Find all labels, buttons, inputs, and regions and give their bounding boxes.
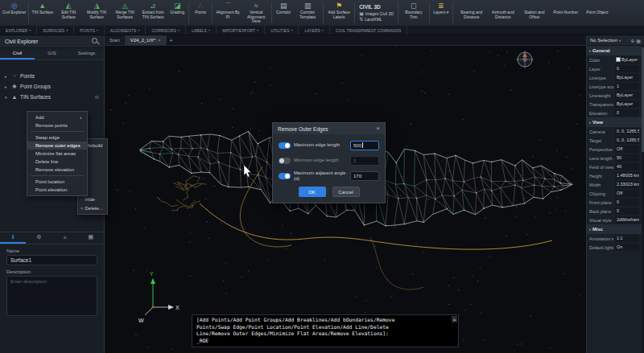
property-row[interactable]: ▾ Back plane 0: [587, 207, 642, 215]
cancel-button[interactable]: Cancel: [332, 187, 360, 197]
property-row[interactable]: ▾ Default lighting On: [587, 243, 642, 252]
detail-tab-info[interactable]: ℹ: [0, 232, 26, 244]
property-row[interactable]: ▾ Transparency ByLayer: [587, 100, 642, 109]
panel-options-icon[interactable]: ▦: [636, 38, 641, 43]
new-tab-button[interactable]: +: [167, 35, 176, 45]
layers-button[interactable]: ≣ Layers ▾: [431, 1, 451, 25]
close-icon[interactable]: ×: [376, 125, 380, 132]
search-icon[interactable]: [92, 38, 99, 45]
property-row[interactable]: ▾ Color ByLayer: [587, 55, 642, 64]
menu-item[interactable]: Point elevation ▸: [27, 186, 87, 194]
grading-button[interactable]: ◪ Grading: [167, 1, 187, 25]
detail-tab-grid[interactable]: ▦: [78, 232, 104, 244]
property-row[interactable]: ▾ Perspective Off: [587, 145, 642, 154]
file-tab-start[interactable]: Start ×: [105, 35, 126, 45]
property-row[interactable]: ▾ Visual style 2dWireframe: [587, 215, 642, 224]
property-row[interactable]: ▾ Lineweight ByLayer: [587, 91, 642, 100]
command-line[interactable]: [Add Points/Add Point Groups/Add Breakli…: [192, 314, 459, 347]
menu-item-delete[interactable]: × Delete...: [78, 203, 107, 212]
properties-header[interactable]: No Selection ▾ ⊕ ▦: [587, 35, 644, 46]
toggle-switch[interactable]: [279, 142, 291, 149]
file-tab-drawing[interactable]: V24_2_UX* ×: [126, 35, 167, 45]
menu-item[interactable]: Add ▸: [27, 113, 87, 121]
tree-caret-icon[interactable]: ▸: [5, 74, 9, 79]
menu-item[interactable]: Point location ▸: [27, 178, 87, 186]
visibility-eye-icon[interactable]: ⊙: [95, 94, 99, 101]
tree-item[interactable]: ▾ ▲ TIN Surfaces ⊙: [0, 92, 104, 102]
property-row[interactable]: ▾ Elevation 0: [587, 109, 642, 117]
explorer-tab[interactable]: Settings: [69, 48, 104, 60]
boundary-trim-button[interactable]: ◻ Boundary Trim: [400, 1, 427, 25]
menu-item[interactable]: Minimize flat areas ▸: [27, 150, 87, 158]
alignment-by-pi-button[interactable]: ⌒ Alignment By PI: [214, 1, 242, 25]
property-row[interactable]: ▾ Annotation scale 1:1: [587, 234, 642, 243]
ribbon-panel-tab[interactable]: LAYERS ▾: [299, 26, 329, 35]
tin-surface-button[interactable]: ▲ TIN Surface: [31, 1, 54, 25]
property-row[interactable]: ▾ Field of view 40: [587, 162, 642, 171]
toggle-switch[interactable]: [279, 158, 291, 164]
menu-item[interactable]: Delete line ▸: [27, 158, 87, 166]
points-button[interactable]: ∴ Points: [191, 1, 210, 25]
images-civil-3d-button[interactable]: ▣ Images Civil 3D: [359, 10, 394, 16]
detail-tab-settings[interactable]: ⚙: [26, 232, 52, 244]
toggle-switch[interactable]: [279, 173, 291, 179]
ribbon-panel-tab[interactable]: CORRIDORS ▾: [146, 26, 186, 35]
station-and-offset-button[interactable]: Station and Offset: [520, 10, 549, 19]
ribbon-panel-tab[interactable]: LABELS ▾: [186, 26, 217, 35]
property-row[interactable]: ▾ Lens length 50: [587, 154, 642, 162]
value-input[interactable]: 170: [350, 171, 379, 181]
menu-item[interactable]: Swap edge ▸: [27, 133, 87, 142]
property-row[interactable]: ▾ General: [587, 46, 642, 55]
property-row[interactable]: ▾ Misc: [587, 224, 642, 234]
property-row[interactable]: ▾ View: [587, 117, 642, 127]
property-row[interactable]: ▾ Width 2.33023 km: [587, 180, 642, 189]
azimuth-and-distance-button[interactable]: Azimuth and Distance: [489, 10, 518, 19]
close-tab-icon[interactable]: ×: [158, 38, 161, 43]
bearing-and-distance-button[interactable]: Bearing and Distance: [457, 10, 486, 19]
point-object-button[interactable]: Point Object: [583, 10, 612, 19]
dialog-title-bar[interactable]: Remove Outer Edges ×: [273, 123, 385, 134]
merge-tin-surfaces-button[interactable]: ◬ Merge TIN Surfaces: [111, 1, 138, 25]
add-surface-labels-button[interactable]: ⚑ Add Surface Labels: [325, 1, 353, 25]
value-input[interactable]: 500: [350, 141, 379, 150]
extract-from-tin-surface-button[interactable]: ⊿ Extract from TIN Surface: [139, 1, 167, 25]
point-number-button[interactable]: Point Number: [551, 10, 580, 19]
description-input[interactable]: Enter description: [6, 276, 97, 316]
quick-select-icon[interactable]: ⊕: [630, 38, 634, 43]
landxml-button[interactable]: ⇅ LandXML: [359, 16, 394, 22]
property-row[interactable]: ▾ Height 1.48005 km: [587, 171, 642, 180]
vertical-alignment-view-button[interactable]: ≈ Vertical Alignment View: [242, 1, 270, 25]
tree-caret-icon[interactable]: ▾: [5, 95, 9, 100]
edit-tin-surface-button[interactable]: ◭ Edit TIN Surface: [55, 1, 82, 25]
value-input[interactable]: 1: [350, 156, 379, 166]
ribbon-panel-tab[interactable]: ALIGNMENTS ▾: [105, 26, 147, 35]
menu-item[interactable]: Remove points ▸: [27, 121, 87, 129]
ribbon-panel-tab[interactable]: CIVIL TRANSPARENT COMMANDS ▾: [330, 26, 408, 35]
ok-button[interactable]: OK: [299, 187, 326, 197]
civil-explorer-button[interactable]: ◎ Civil Explorer: [2, 1, 27, 25]
property-row[interactable]: ▾ Front plane 0: [587, 198, 642, 207]
command-scroll-up-icon[interactable]: ▲: [452, 316, 457, 322]
ribbon-panel-tab[interactable]: SURFACES ▾: [37, 26, 74, 35]
tree-item[interactable]: ▸ ❖ Point Groups ⊙: [0, 81, 104, 92]
modify-tin-surface-button[interactable]: ◮ Modify TIN Surface: [83, 1, 110, 25]
tree-item[interactable]: ▸ ∵ Points ⊙: [0, 71, 104, 81]
explorer-tab[interactable]: Civil: [0, 48, 35, 60]
corridor-button[interactable]: ▤ Corridor: [274, 1, 293, 25]
ribbon-panel-tab[interactable]: POINTS ▾: [74, 26, 105, 35]
corridor-template-button[interactable]: ▥ Corridor Template: [294, 1, 321, 25]
ribbon-panel-tab[interactable]: EXPLORER ▾: [0, 26, 37, 35]
tree-caret-icon[interactable]: ▸: [5, 84, 9, 89]
explorer-tab[interactable]: GIS: [35, 48, 69, 60]
property-row[interactable]: ▾ Linetype ByLayer: [587, 73, 642, 82]
menu-item[interactable]: Remove elevation ▸: [27, 166, 87, 174]
ribbon-panel-tab[interactable]: IMPORT/EXPORT ▾: [217, 26, 265, 35]
ribbon-panel-tab[interactable]: UTILITIES ▾: [265, 26, 299, 35]
property-row[interactable]: ▾ Layer 0: [587, 64, 642, 73]
detail-tab-list[interactable]: ≡: [52, 232, 78, 244]
surface-name-input[interactable]: Surface1: [6, 255, 97, 265]
property-row[interactable]: ▾ Target 0, 0, 1265.51: [587, 136, 642, 145]
property-row[interactable]: ▾ Camera 0, 0, 1265.51: [587, 127, 642, 136]
property-row[interactable]: ▾ Clipping Off: [587, 189, 642, 198]
property-row[interactable]: ▾ Linetype scale 1: [587, 82, 642, 91]
